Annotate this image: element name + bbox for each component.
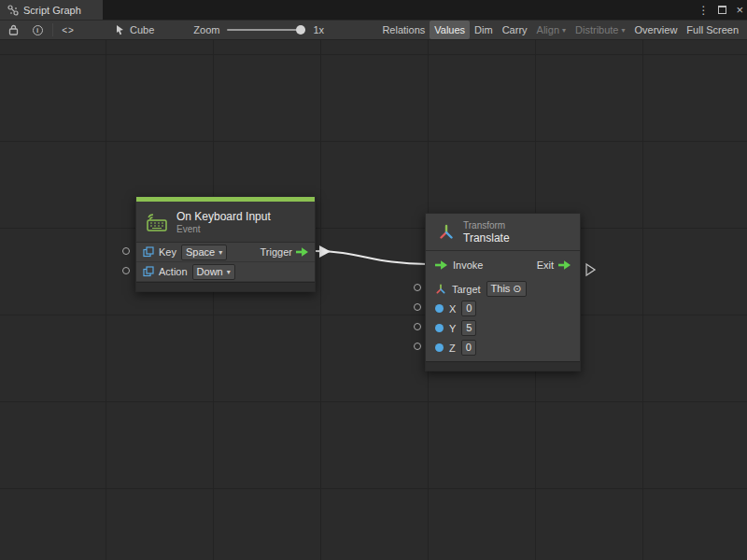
connection-layer — [0, 40, 747, 560]
float-type-icon — [435, 324, 444, 332]
target-value-field[interactable]: This ⊙ — [486, 281, 527, 297]
y-input-port[interactable] — [414, 323, 421, 330]
graph-toolbar: i <> Cube Zoom 1x Relations Values Dim C… — [0, 20, 747, 40]
target-row: Target This ⊙ — [426, 279, 580, 299]
key-label: Key — [159, 246, 176, 258]
zoom-control: Zoom 1x — [193, 24, 324, 35]
invoke-input-port-icon[interactable] — [435, 260, 447, 270]
y-label: Y — [449, 323, 456, 334]
distribute-button[interactable]: Distribute ▾ — [571, 21, 629, 39]
chevron-down-icon: ▾ — [622, 26, 626, 35]
transform-mini-icon — [435, 284, 446, 295]
transform-icon — [438, 224, 455, 241]
z-label: Z — [449, 343, 456, 354]
carry-button[interactable]: Carry — [498, 21, 532, 39]
zoom-slider-track[interactable] — [227, 29, 305, 31]
relations-button[interactable]: Relations — [377, 21, 430, 39]
code-preview-icon[interactable]: <> — [59, 21, 78, 38]
chevron-down-icon: ▾ — [562, 26, 566, 35]
float-type-icon — [435, 343, 444, 352]
y-row: Y 5 — [426, 318, 580, 338]
full-screen-button[interactable]: Full Screen — [682, 21, 743, 39]
key-input-port[interactable] — [122, 247, 130, 255]
dim-button[interactable]: Dim — [470, 21, 498, 39]
object-picker-icon[interactable]: ⊙ — [513, 282, 521, 296]
node-header[interactable]: Transform Translate — [426, 214, 580, 251]
x-input-port[interactable] — [414, 303, 421, 311]
toolbar-buttons: Relations Values Dim Carry Align ▾ Distr… — [377, 20, 743, 40]
overview-button[interactable]: Overview — [630, 21, 683, 39]
key-row: Key Space ▾ Trigger — [136, 243, 315, 262]
zoom-value: 1x — [313, 24, 324, 35]
lock-icon[interactable] — [4, 21, 22, 38]
title-bar: Script Graph ⋮ × — [0, 0, 747, 20]
node-footer — [136, 282, 315, 291]
connection-wire[interactable] — [316, 251, 428, 264]
tab-title: Script Graph — [23, 5, 81, 16]
z-input-port[interactable] — [414, 343, 421, 350]
keyboard-icon — [146, 213, 168, 231]
zoom-slider-handle[interactable] — [296, 25, 305, 35]
node-on-keyboard-input[interactable]: On Keyboard Input Event Key Space ▾ Trig… — [135, 196, 316, 292]
graph-canvas[interactable]: On Keyboard Input Event Key Space ▾ Trig… — [0, 40, 747, 560]
node-footer — [426, 361, 580, 371]
node-header[interactable]: On Keyboard Input Event — [136, 202, 315, 243]
action-dropdown[interactable]: Down ▾ — [192, 264, 235, 280]
value-type-icon — [143, 246, 154, 258]
zoom-label: Zoom — [193, 24, 219, 35]
info-icon[interactable]: i — [28, 21, 47, 38]
x-row: X 0 — [426, 299, 580, 318]
y-value-field[interactable]: 5 — [461, 320, 476, 336]
connection-arrow-icon — [319, 245, 331, 258]
chevron-down-icon: ▾ — [227, 265, 231, 279]
node-title: On Keyboard Input — [176, 210, 271, 223]
z-value-field[interactable]: 0 — [461, 340, 476, 356]
zoom-slider[interactable] — [227, 24, 305, 35]
node-translate[interactable]: Transform Translate Invoke Exit — [425, 213, 581, 371]
cursor-icon — [115, 24, 125, 35]
script-graph-icon — [7, 5, 19, 16]
target-object-label: Cube — [130, 24, 154, 35]
target-label: Target — [452, 284, 481, 295]
align-button[interactable]: Align ▾ — [532, 21, 571, 39]
value-type-icon — [143, 266, 154, 277]
continue-triangle-icon[interactable] — [586, 264, 595, 275]
values-button[interactable]: Values — [430, 21, 470, 39]
float-type-icon — [435, 304, 444, 313]
x-label: X — [449, 303, 456, 315]
window-menu-icon[interactable]: ⋮ — [698, 4, 709, 17]
maximize-icon[interactable] — [718, 6, 726, 14]
action-label: Action — [159, 266, 188, 277]
action-input-port[interactable] — [122, 267, 130, 274]
tab-script-graph[interactable]: Script Graph — [0, 0, 103, 20]
action-row: Action Down ▾ — [136, 262, 315, 282]
key-dropdown[interactable]: Space ▾ — [181, 245, 227, 260]
trigger-output-port-icon[interactable] — [296, 247, 308, 257]
node-title: Translate — [463, 231, 510, 245]
trigger-label: Trigger — [261, 246, 292, 258]
node-category: Transform — [463, 220, 510, 231]
toolbar-divider — [52, 23, 53, 36]
x-value-field[interactable]: 0 — [461, 301, 476, 316]
chevron-down-icon: ▾ — [218, 245, 222, 259]
close-icon[interactable]: × — [736, 4, 743, 16]
exit-output-port-icon[interactable] — [558, 260, 571, 270]
target-input-port[interactable] — [414, 284, 421, 291]
node-subtitle: Event — [176, 224, 271, 234]
flow-row: Invoke Exit — [426, 251, 580, 279]
invoke-label: Invoke — [453, 259, 483, 271]
target-object[interactable]: Cube — [115, 24, 154, 35]
exit-label: Exit — [537, 259, 554, 271]
z-row: Z 0 — [426, 338, 580, 357]
